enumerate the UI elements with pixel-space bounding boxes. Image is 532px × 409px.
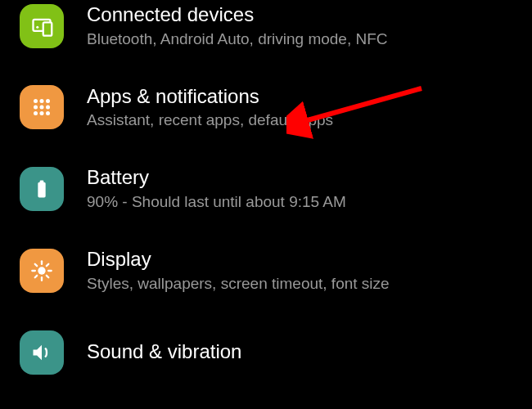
- svg-point-1: [36, 25, 38, 28]
- svg-rect-13: [40, 180, 44, 183]
- item-title: Sound & vibration: [87, 340, 241, 364]
- item-text: Display Styles, wallpapers, screen timeo…: [87, 248, 390, 294]
- item-subtitle: Assistant, recent apps, default apps: [87, 111, 333, 130]
- svg-point-14: [38, 267, 45, 274]
- svg-point-5: [46, 99, 50, 103]
- item-subtitle: Styles, wallpapers, screen timeout, font…: [87, 275, 390, 294]
- settings-item-connected-devices[interactable]: Connected devices Bluetooth, Android Aut…: [0, 0, 532, 67]
- item-title: Display: [87, 248, 390, 272]
- svg-line-21: [35, 275, 37, 276]
- item-subtitle: Bluetooth, Android Auto, driving mode, N…: [87, 30, 388, 49]
- svg-rect-2: [43, 22, 52, 35]
- svg-point-11: [46, 111, 50, 115]
- svg-point-3: [34, 99, 38, 103]
- apps-icon: [20, 85, 64, 129]
- settings-list: Connected devices Bluetooth, Android Aut…: [0, 0, 532, 375]
- item-text: Sound & vibration: [87, 340, 241, 364]
- settings-item-sound-vibration[interactable]: Sound & vibration: [0, 311, 532, 375]
- settings-item-display[interactable]: Display Styles, wallpapers, screen timeo…: [0, 230, 532, 312]
- svg-point-10: [40, 111, 44, 115]
- svg-point-7: [40, 106, 44, 110]
- svg-line-20: [47, 275, 48, 276]
- settings-item-battery[interactable]: Battery 90% - Should last until about 9:…: [0, 148, 532, 230]
- svg-point-8: [46, 106, 50, 110]
- item-text: Connected devices Bluetooth, Android Aut…: [87, 3, 388, 49]
- sound-icon: [20, 330, 64, 375]
- battery-icon: [20, 167, 64, 211]
- item-title: Battery: [87, 166, 346, 190]
- item-text: Battery 90% - Should last until about 9:…: [87, 166, 346, 212]
- svg-point-9: [34, 111, 38, 115]
- devices-icon: [20, 4, 64, 48]
- display-icon: [20, 249, 64, 293]
- svg-point-4: [40, 99, 44, 103]
- settings-item-apps-notifications[interactable]: Apps & notifications Assistant, recent a…: [0, 67, 532, 149]
- svg-rect-12: [38, 182, 45, 198]
- item-text: Apps & notifications Assistant, recent a…: [87, 85, 333, 131]
- svg-line-22: [47, 263, 48, 265]
- item-title: Connected devices: [87, 3, 388, 27]
- svg-point-6: [34, 106, 38, 110]
- item-subtitle: 90% - Should last until about 9:15 AM: [87, 193, 346, 212]
- item-title: Apps & notifications: [87, 85, 333, 109]
- svg-line-19: [35, 263, 37, 265]
